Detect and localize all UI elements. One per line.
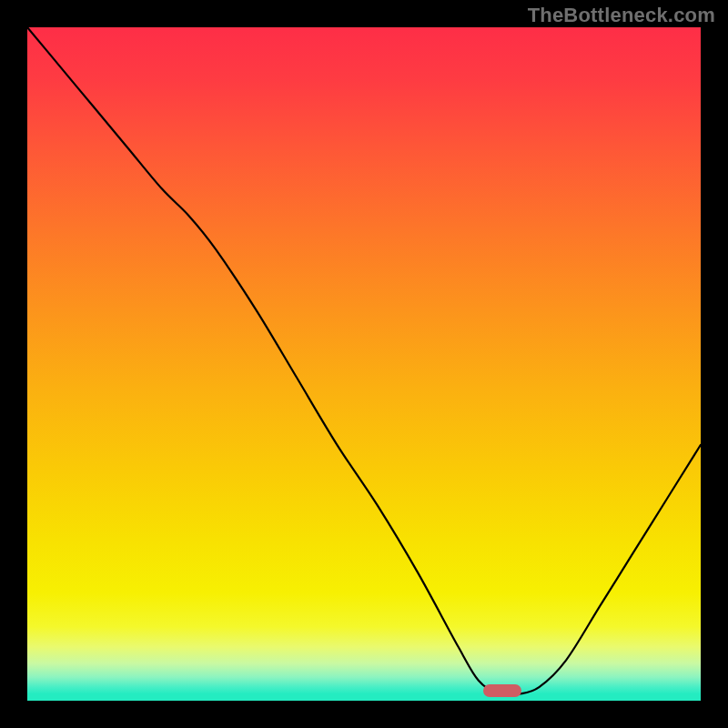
chart-frame: TheBottleneck.com bbox=[0, 0, 728, 728]
optimum-marker bbox=[483, 684, 521, 697]
plot-area bbox=[27, 27, 701, 701]
watermark-text: TheBottleneck.com bbox=[528, 4, 715, 27]
bottleneck-curve bbox=[27, 27, 701, 701]
